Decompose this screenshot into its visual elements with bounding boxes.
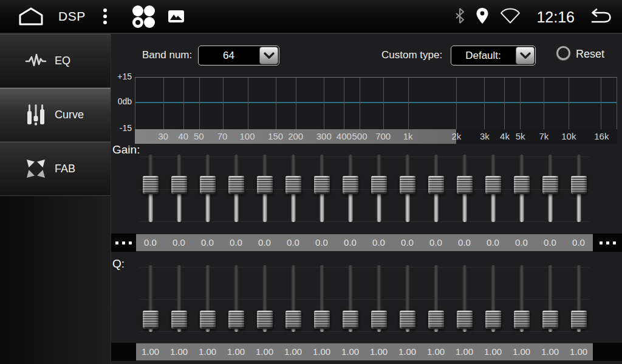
band-slider[interactable]: [450, 155, 479, 222]
band-slider[interactable]: [307, 265, 336, 332]
slider-handle[interactable]: [343, 311, 358, 329]
slider-handle[interactable]: [257, 176, 273, 194]
slider-handle[interactable]: [314, 176, 330, 194]
band-slider[interactable]: [422, 265, 450, 332]
slider-handle[interactable]: [457, 311, 473, 329]
freq-tick-label: 30: [158, 129, 168, 144]
slider-handle[interactable]: [457, 176, 473, 194]
band-slider[interactable]: [279, 155, 307, 222]
band-slider[interactable]: [165, 155, 193, 222]
slider-handle[interactable]: [200, 176, 216, 194]
slider-handle[interactable]: [171, 176, 187, 194]
back-arrow-icon[interactable]: [587, 7, 613, 27]
sidebar-item-label: EQ: [55, 55, 70, 67]
band-value: 1.00: [564, 343, 593, 360]
slider-handle[interactable]: [171, 311, 187, 329]
reset-radio[interactable]: [556, 46, 570, 60]
band-value: 1.00: [479, 343, 507, 360]
band-slider[interactable]: [479, 265, 507, 332]
slider-handle[interactable]: [200, 311, 216, 329]
slider-handle[interactable]: [485, 311, 501, 329]
freq-tick-label: 40: [178, 129, 188, 144]
band-slider[interactable]: [507, 265, 536, 332]
slider-handle[interactable]: [228, 311, 244, 329]
band-slider[interactable]: [222, 155, 250, 222]
slider-handle[interactable]: [514, 311, 530, 329]
waveform-icon: [24, 50, 47, 72]
slider-handle[interactable]: [542, 311, 558, 329]
band-slider[interactable]: [307, 155, 336, 222]
slider-handle[interactable]: [314, 311, 330, 329]
band-slider[interactable]: [136, 265, 165, 332]
home-icon[interactable]: [17, 6, 45, 27]
band-slider[interactable]: [279, 265, 307, 332]
freq-tick-label: 1k: [403, 129, 413, 144]
sidebar-item-label: Curve: [55, 109, 84, 121]
band-slider[interactable]: [165, 265, 193, 332]
custom-type-label: Custom type:: [381, 49, 442, 61]
custom-type-dropdown[interactable]: Default:: [451, 46, 536, 66]
slider-handle[interactable]: [371, 311, 387, 329]
band-slider[interactable]: [564, 155, 593, 222]
band-slider[interactable]: [364, 155, 393, 222]
slider-handle[interactable]: [343, 176, 358, 194]
chevron-down-icon[interactable]: [259, 47, 278, 64]
gain-more-left-icon[interactable]: [111, 234, 136, 252]
slider-handle[interactable]: [485, 176, 501, 194]
freq-tick-label: 150: [268, 129, 283, 144]
band-num-label: Band num:: [142, 49, 192, 61]
slider-handle[interactable]: [371, 176, 387, 194]
band-slider[interactable]: [564, 265, 593, 332]
slider-handle[interactable]: [571, 311, 587, 329]
band-slider[interactable]: [250, 265, 279, 332]
band-value: 1.00: [507, 343, 536, 360]
gain-more-right-icon[interactable]: [593, 234, 622, 252]
band-slider[interactable]: [536, 155, 564, 222]
band-slider[interactable]: [536, 265, 564, 332]
slider-handle[interactable]: [428, 176, 444, 194]
chevron-down-icon[interactable]: [516, 47, 535, 64]
band-value: 0.0: [222, 234, 250, 251]
slider-handle[interactable]: [428, 311, 444, 329]
band-slider[interactable]: [336, 155, 364, 222]
slider-handle[interactable]: [143, 176, 159, 194]
slider-handle[interactable]: [400, 311, 415, 329]
band-value: 0.0: [479, 234, 507, 251]
band-slider[interactable]: [422, 155, 450, 222]
overflow-menu-icon[interactable]: [99, 7, 111, 26]
band-slider[interactable]: [479, 155, 507, 222]
band-slider[interactable]: [336, 265, 364, 332]
slider-handle[interactable]: [257, 311, 273, 329]
slider-handle[interactable]: [228, 176, 244, 194]
band-slider[interactable]: [364, 265, 393, 332]
gallery-icon[interactable]: [167, 7, 185, 25]
slider-handle[interactable]: [571, 176, 587, 194]
band-slider[interactable]: [393, 265, 422, 332]
band-num-dropdown[interactable]: 64: [198, 46, 279, 66]
slider-handle[interactable]: [285, 311, 301, 329]
band-slider[interactable]: [393, 155, 422, 222]
slider-handle[interactable]: [285, 176, 301, 194]
sidebar-item-curve[interactable]: Curve: [0, 88, 111, 142]
band-slider[interactable]: [250, 155, 279, 222]
band-slider[interactable]: [193, 155, 222, 222]
slider-handle[interactable]: [542, 176, 558, 194]
apps-clover-icon[interactable]: [131, 4, 156, 29]
slider-handle[interactable]: [514, 176, 530, 194]
sidebar-item-eq[interactable]: EQ: [0, 34, 111, 88]
band-slider[interactable]: [450, 265, 479, 332]
frequency-axis-strip[interactable]: 304050701001502003004005007001k2k3k4k5k7…: [135, 129, 617, 144]
band-slider[interactable]: [222, 265, 250, 332]
band-slider[interactable]: [193, 265, 222, 332]
band-slider[interactable]: [136, 155, 165, 222]
freq-tick-label: 100: [239, 129, 255, 144]
band-slider[interactable]: [507, 155, 536, 222]
q-strip-right-end: [593, 343, 622, 361]
slider-handle[interactable]: [400, 176, 415, 194]
sidebar: EQ Curve: [0, 34, 111, 364]
band-value: 0.0: [165, 234, 193, 251]
eq-curve-plot[interactable]: [135, 77, 617, 129]
slider-handle[interactable]: [143, 311, 159, 329]
main-panel: Band num: 64 Custom type: Default: Reset…: [111, 34, 622, 364]
sidebar-item-fab[interactable]: FAB: [0, 142, 111, 196]
